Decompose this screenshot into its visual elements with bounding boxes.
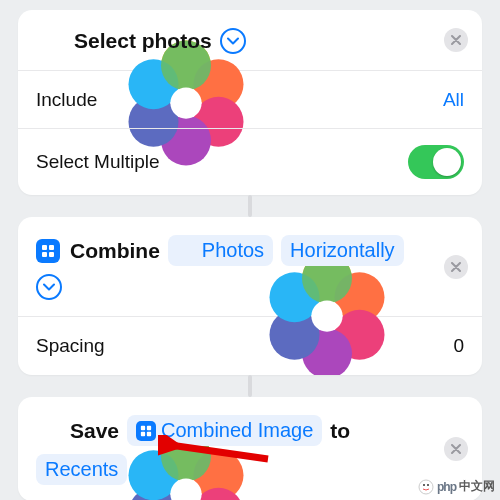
combined-image-label: Combined Image — [161, 419, 313, 442]
select-multiple-row: Select Multiple — [18, 129, 482, 195]
include-label: Include — [36, 89, 97, 111]
svg-point-15 — [427, 484, 429, 486]
expand-icon[interactable] — [220, 28, 246, 54]
connector — [18, 375, 482, 397]
photos-icon — [36, 28, 62, 54]
select-multiple-label: Select Multiple — [36, 151, 160, 173]
toggle-knob — [433, 148, 461, 176]
grid-icon — [36, 239, 60, 263]
direction-label: Horizontally — [290, 239, 394, 262]
combine-word: Combine — [70, 239, 160, 263]
svg-point-13 — [419, 480, 433, 494]
save-card: Save Combined Image to Recents — [18, 397, 482, 500]
spacing-value[interactable]: 0 — [453, 335, 464, 357]
watermark-brand: php — [437, 480, 456, 494]
combine-header: Combine Photos Horizontally — [18, 217, 482, 317]
direction-token[interactable]: Horizontally — [281, 235, 403, 266]
watermark: php 中文网 — [418, 478, 495, 495]
close-button[interactable] — [444, 255, 468, 279]
select-photos-header: Select photos — [18, 10, 482, 71]
select-multiple-toggle[interactable] — [408, 145, 464, 179]
photos-token-label: Photos — [202, 239, 264, 262]
watermark-text: 中文网 — [459, 478, 495, 495]
save-word: Save — [70, 419, 119, 443]
save-header: Save Combined Image to Recents — [18, 397, 482, 500]
expand-icon[interactable] — [36, 274, 62, 300]
close-button[interactable] — [444, 28, 468, 52]
select-photos-card: Select photos Include All Select Multipl… — [18, 10, 482, 195]
photos-token[interactable]: Photos — [168, 235, 273, 266]
grid-icon — [136, 421, 156, 441]
photos-icon — [177, 241, 197, 261]
spacing-row[interactable]: Spacing 0 — [18, 317, 482, 375]
svg-point-14 — [423, 484, 425, 486]
spacing-label: Spacing — [36, 335, 105, 357]
include-row[interactable]: Include All — [18, 71, 482, 129]
photos-icon — [36, 419, 60, 443]
select-photos-title: Select photos — [74, 29, 212, 53]
to-word: to — [330, 419, 350, 443]
combine-card: Combine Photos Horizontally Spacing 0 — [18, 217, 482, 375]
connector — [18, 195, 482, 217]
recents-token[interactable]: Recents — [36, 454, 127, 485]
include-value[interactable]: All — [443, 89, 464, 111]
close-button[interactable] — [444, 437, 468, 461]
combined-image-token[interactable]: Combined Image — [127, 415, 322, 446]
recents-label: Recents — [45, 458, 118, 481]
watermark-icon — [418, 479, 434, 495]
